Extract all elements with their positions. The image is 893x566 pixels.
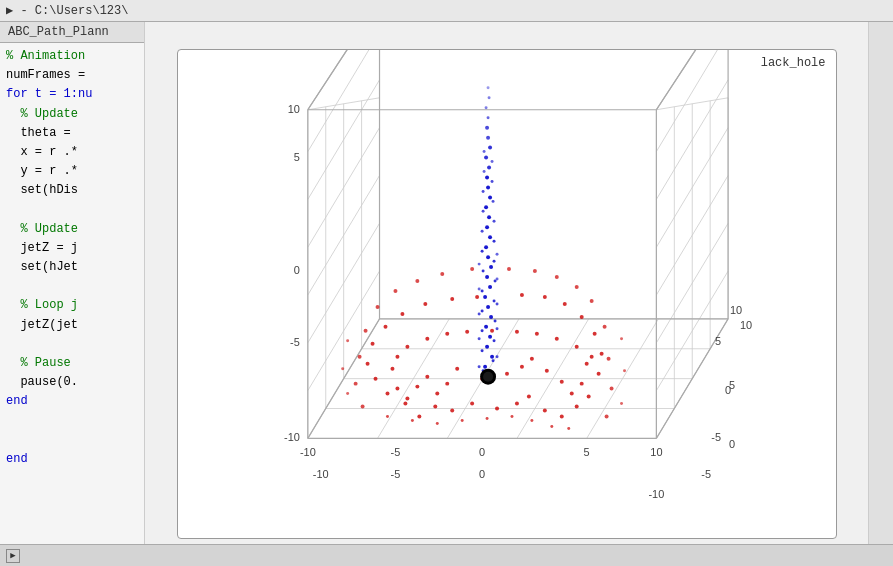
y-right-10: 10 (729, 304, 741, 316)
svg-point-93 (365, 362, 369, 366)
svg-point-189 (477, 365, 480, 368)
status-icon: ▶ (6, 549, 20, 563)
svg-point-164 (486, 136, 490, 140)
x-bottom-neg5: -5 (390, 468, 400, 480)
y-axis-label-neg5: -5 (701, 468, 711, 480)
svg-point-169 (492, 339, 495, 342)
svg-point-130 (410, 419, 413, 422)
y-axis-label-neg10: -10 (648, 488, 664, 500)
code-content: % Animation numFrames = for t = 1:nu % U… (0, 43, 144, 473)
black-hole-label: lack_hole (761, 56, 826, 70)
code-line: jetZ = j (0, 239, 144, 258)
svg-point-89 (385, 392, 389, 396)
svg-point-97 (383, 325, 387, 329)
z-axis-label-neg5: -5 (290, 336, 300, 348)
svg-point-96 (599, 352, 603, 356)
svg-point-159 (486, 185, 490, 189)
svg-point-197 (477, 263, 480, 266)
svg-point-72 (425, 337, 429, 341)
svg-point-162 (484, 156, 488, 160)
svg-point-85 (417, 415, 421, 419)
z-axis-label-0: 0 (293, 264, 299, 276)
svg-point-109 (353, 382, 357, 386)
svg-point-200 (484, 106, 487, 109)
svg-point-77 (514, 330, 518, 334)
code-line: end (0, 450, 144, 469)
3d-plot-svg: 10 5 0 -5 -10 10 5 0 -5 -10 10 5 (178, 50, 836, 538)
svg-point-115 (375, 305, 379, 309)
svg-line-48 (656, 50, 728, 110)
svg-point-118 (574, 285, 578, 289)
z-axis-label-10: 10 (287, 103, 299, 115)
svg-point-138 (346, 339, 349, 342)
code-line (0, 277, 144, 296)
svg-point-134 (346, 392, 349, 395)
svg-point-79 (470, 402, 474, 406)
svg-point-74 (445, 332, 449, 336)
y-right-5: 5 (715, 335, 721, 347)
svg-point-196 (495, 278, 498, 281)
svg-point-80 (495, 407, 499, 411)
svg-point-119 (415, 279, 419, 283)
svg-point-99 (400, 312, 404, 316)
svg-point-82 (514, 402, 518, 406)
svg-point-123 (470, 267, 474, 271)
svg-point-198 (495, 253, 498, 256)
svg-point-170 (480, 329, 483, 332)
svg-point-81 (450, 409, 454, 413)
svg-point-78 (490, 329, 494, 333)
svg-point-55 (519, 365, 523, 369)
svg-point-110 (609, 387, 613, 391)
svg-point-75 (534, 332, 538, 336)
title-bar: ▶ - C:\Users\123\ (0, 0, 893, 22)
code-line: pause(0. (0, 373, 144, 392)
file-tab[interactable]: ABC_Path_Plann (0, 22, 144, 43)
svg-point-69 (589, 355, 593, 359)
svg-point-133 (567, 427, 570, 430)
svg-point-125 (485, 417, 488, 420)
code-line: % Update (0, 220, 144, 239)
svg-point-60 (415, 385, 419, 389)
svg-point-135 (620, 402, 623, 405)
code-line: jetZ(jet (0, 316, 144, 335)
svg-point-122 (532, 269, 536, 273)
svg-point-114 (602, 325, 606, 329)
status-bar: ▶ (0, 544, 893, 566)
code-line: x = r .* (0, 143, 144, 162)
svg-point-68 (395, 355, 399, 359)
svg-point-171 (493, 319, 496, 322)
svg-point-86 (542, 409, 546, 413)
code-panel: ABC_Path_Plann % Animation numFrames = f… (0, 22, 145, 566)
svg-point-177 (492, 260, 495, 263)
svg-point-95 (370, 342, 374, 346)
y-axis-label-10: 10 (739, 319, 751, 331)
svg-point-160 (485, 175, 489, 179)
black-hole-core (483, 372, 493, 382)
svg-point-141 (483, 365, 487, 369)
svg-point-67 (584, 362, 588, 366)
svg-point-63 (569, 392, 573, 396)
svg-line-43 (307, 50, 379, 110)
svg-point-94 (596, 372, 600, 376)
x-bottom-0: 0 (479, 468, 485, 480)
svg-point-139 (620, 337, 623, 340)
svg-point-105 (475, 295, 479, 299)
svg-point-53 (505, 372, 509, 376)
svg-point-71 (574, 345, 578, 349)
svg-point-127 (510, 415, 513, 418)
y-right-0: 0 (725, 384, 731, 396)
svg-point-66 (390, 367, 394, 371)
svg-point-154 (488, 235, 492, 239)
svg-point-142 (490, 355, 494, 359)
svg-point-163 (488, 146, 492, 150)
svg-point-84 (526, 395, 530, 399)
svg-point-128 (435, 422, 438, 425)
svg-point-112 (606, 357, 610, 361)
svg-point-173 (492, 299, 495, 302)
svg-point-153 (484, 245, 488, 249)
x-axis-label-0: 0 (479, 446, 485, 458)
svg-point-126 (460, 419, 463, 422)
code-line (0, 335, 144, 354)
svg-point-165 (485, 126, 489, 130)
svg-point-117 (393, 289, 397, 293)
